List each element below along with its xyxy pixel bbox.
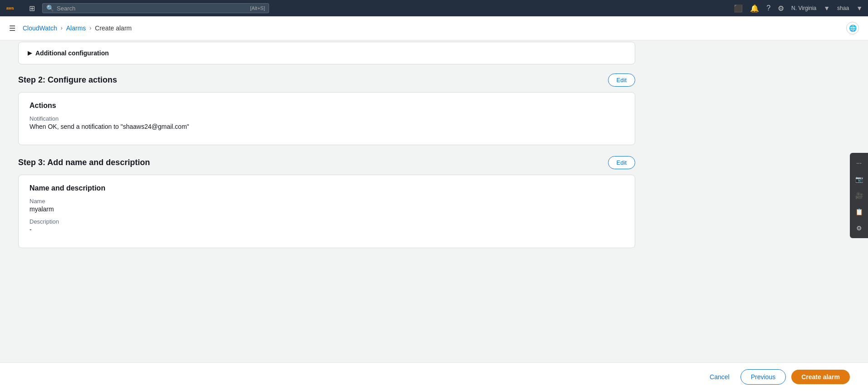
step3-header: Step 3: Add name and description Edit [18,156,635,169]
search-icon: 🔍 [46,5,54,12]
region-selector[interactable]: N. Virginia [791,5,816,11]
breadcrumb-current-page: Create alarm [95,24,132,32]
name-label: Name [29,198,624,205]
step3-edit-button[interactable]: Edit [608,156,635,169]
breadcrumb-right: 🌐 [846,22,859,34]
toolbar-camera-button[interactable]: 📷 [852,172,866,186]
settings-icon[interactable]: ⚙ [778,4,784,13]
description-label: Description [29,218,624,225]
search-bar: 🔍 [Alt+S] [42,3,269,13]
step2-title: Step 2: Configure actions [18,75,117,85]
sidebar-toggle-icon[interactable]: ☰ [9,24,15,33]
aws-logo[interactable]: aws [5,3,22,13]
step3-card: Name and description Name myalarm Descri… [18,175,635,248]
step3-section: Step 3: Add name and description Edit Na… [18,156,635,248]
svg-text:aws: aws [6,6,14,10]
breadcrumb-sep-2: › [89,25,91,31]
help-icon[interactable]: ? [766,4,770,12]
search-shortcut: [Alt+S] [250,5,265,11]
top-navigation: aws ⊞ 🔍 [Alt+S] ⬛ 🔔 ? ⚙ N. Virginia ▼ sh… [0,0,868,16]
additional-config-label: Additional configuration [35,49,109,57]
step3-title: Step 3: Add name and description [18,158,150,167]
toolbar-video-button[interactable]: 🎥 [852,188,866,203]
step2-header: Step 2: Configure actions Edit [18,73,635,87]
bell-icon[interactable]: 🔔 [750,4,759,13]
notification-label: Notification [29,115,624,122]
toolbar-dots-button[interactable]: ··· [852,156,866,170]
step2-card: Actions Notification When OK, send a not… [18,92,635,145]
breadcrumb-alarms-link[interactable]: Alarms [66,24,86,32]
nav-right-area: ⬛ 🔔 ? ⚙ N. Virginia ▼ shaa ▼ [734,4,863,13]
actions-card-title: Actions [29,102,624,110]
breadcrumb-cloudwatch-link[interactable]: CloudWatch [23,24,57,32]
toggle-arrow-icon: ▶ [28,50,32,56]
main-content: ▶ Additional configuration Step 2: Confi… [0,33,653,295]
search-input[interactable] [57,5,247,12]
apps-grid-icon[interactable]: ⊞ [27,2,37,15]
name-value: myalarm [29,205,624,213]
breadcrumb: ☰ CloudWatch › Alarms › Create alarm 🌐 [0,16,868,40]
name-description-card-title: Name and description [29,184,624,192]
step2-section: Step 2: Configure actions Edit Actions N… [18,73,635,145]
globe-icon[interactable]: 🌐 [846,22,859,34]
additional-configuration-section: ▶ Additional configuration [18,42,635,64]
toolbar-book-button[interactable]: 📋 [852,205,866,219]
description-value: - [29,226,624,233]
terminal-icon[interactable]: ⬛ [734,4,743,13]
toolbar-gear-button[interactable]: ⚙ [852,221,866,235]
notification-value: When OK, send a notification to "shaaws2… [29,123,624,130]
breadcrumb-sep-1: › [61,25,63,31]
side-toolbar: ··· 📷 🎥 📋 ⚙ [850,153,868,238]
user-menu[interactable]: shaa [837,5,849,11]
step2-edit-button[interactable]: Edit [608,73,635,87]
additional-config-toggle[interactable]: ▶ Additional configuration [28,49,626,57]
